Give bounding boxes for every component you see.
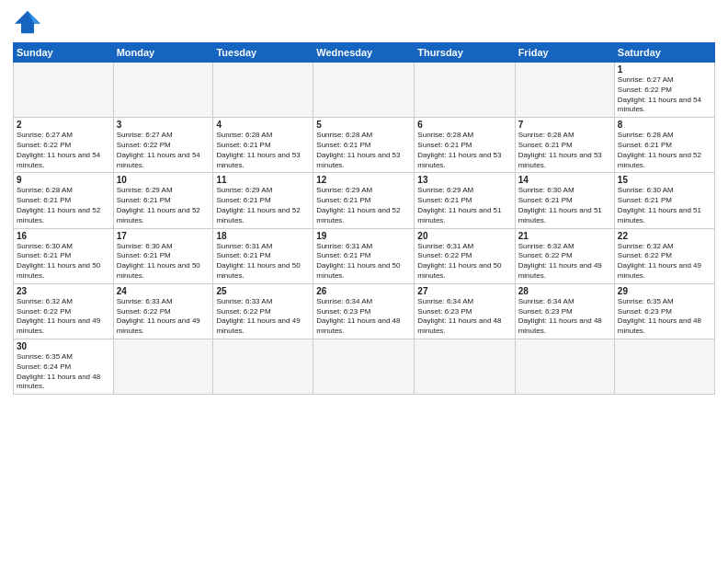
day-info: Sunrise: 6:28 AMSunset: 6:21 PMDaylight:… <box>417 131 511 170</box>
calendar-week-1: 2Sunrise: 6:27 AMSunset: 6:22 PMDaylight… <box>14 118 715 173</box>
calendar-cell: 10Sunrise: 6:29 AMSunset: 6:21 PMDayligh… <box>113 173 213 228</box>
day-info: Sunrise: 6:28 AMSunset: 6:21 PMDaylight:… <box>17 186 110 225</box>
day-info: Sunrise: 6:34 AMSunset: 6:23 PMDaylight:… <box>417 297 511 337</box>
calendar-cell: 24Sunrise: 6:33 AMSunset: 6:22 PMDayligh… <box>113 283 213 339</box>
logo-icon <box>13 9 42 35</box>
day-number: 20 <box>417 231 511 241</box>
day-info: Sunrise: 6:27 AMSunset: 6:22 PMDaylight:… <box>117 131 210 170</box>
day-number: 12 <box>316 175 411 185</box>
calendar-cell: 6Sunrise: 6:28 AMSunset: 6:21 PMDaylight… <box>415 118 515 173</box>
day-number: 27 <box>417 286 511 296</box>
day-number: 8 <box>618 120 711 130</box>
calendar-cell: 11Sunrise: 6:29 AMSunset: 6:21 PMDayligh… <box>213 173 313 228</box>
calendar-week-2: 9Sunrise: 6:28 AMSunset: 6:21 PMDaylight… <box>14 173 715 228</box>
calendar-cell: 8Sunrise: 6:28 AMSunset: 6:21 PMDaylight… <box>614 118 714 173</box>
day-number: 6 <box>417 120 511 130</box>
calendar-cell: 20Sunrise: 6:31 AMSunset: 6:22 PMDayligh… <box>415 228 515 283</box>
day-info: Sunrise: 6:29 AMSunset: 6:21 PMDaylight:… <box>417 186 511 225</box>
calendar-cell <box>213 339 313 394</box>
calendar-cell: 19Sunrise: 6:31 AMSunset: 6:21 PMDayligh… <box>313 228 415 283</box>
calendar-dow-thursday: Thursday <box>415 43 515 63</box>
calendar-dow-wednesday: Wednesday <box>313 43 415 63</box>
calendar-cell: 25Sunrise: 6:33 AMSunset: 6:22 PMDayligh… <box>213 283 313 339</box>
calendar-header-row: SundayMondayTuesdayWednesdayThursdayFrid… <box>14 43 715 63</box>
calendar-cell: 3Sunrise: 6:27 AMSunset: 6:22 PMDaylight… <box>113 118 213 173</box>
day-number: 11 <box>216 175 310 185</box>
calendar-dow-friday: Friday <box>515 43 614 63</box>
calendar-cell <box>313 63 415 118</box>
calendar-cell: 2Sunrise: 6:27 AMSunset: 6:22 PMDaylight… <box>14 118 114 173</box>
day-number: 25 <box>216 286 310 296</box>
calendar-cell: 17Sunrise: 6:30 AMSunset: 6:21 PMDayligh… <box>113 228 213 283</box>
day-info: Sunrise: 6:32 AMSunset: 6:22 PMDaylight:… <box>618 242 711 282</box>
day-info: Sunrise: 6:34 AMSunset: 6:23 PMDaylight:… <box>518 297 611 337</box>
day-info: Sunrise: 6:31 AMSunset: 6:21 PMDaylight:… <box>216 242 310 282</box>
day-info: Sunrise: 6:31 AMSunset: 6:21 PMDaylight:… <box>316 242 411 282</box>
calendar-cell: 1Sunrise: 6:27 AMSunset: 6:22 PMDaylight… <box>614 63 714 118</box>
day-info: Sunrise: 6:35 AMSunset: 6:23 PMDaylight:… <box>618 297 711 337</box>
day-number: 29 <box>618 286 711 296</box>
calendar-table: SundayMondayTuesdayWednesdayThursdayFrid… <box>13 42 715 395</box>
calendar-cell: 15Sunrise: 6:30 AMSunset: 6:21 PMDayligh… <box>614 173 714 228</box>
header <box>13 9 715 35</box>
day-info: Sunrise: 6:28 AMSunset: 6:21 PMDaylight:… <box>518 131 611 170</box>
day-info: Sunrise: 6:35 AMSunset: 6:24 PMDaylight:… <box>17 352 110 392</box>
calendar-cell: 30Sunrise: 6:35 AMSunset: 6:24 PMDayligh… <box>14 339 114 394</box>
day-info: Sunrise: 6:30 AMSunset: 6:21 PMDaylight:… <box>518 186 611 225</box>
calendar-cell <box>614 339 714 394</box>
calendar-cell: 27Sunrise: 6:34 AMSunset: 6:23 PMDayligh… <box>415 283 515 339</box>
day-info: Sunrise: 6:29 AMSunset: 6:21 PMDaylight:… <box>316 186 411 225</box>
day-number: 13 <box>417 175 511 185</box>
calendar-cell: 16Sunrise: 6:30 AMSunset: 6:21 PMDayligh… <box>14 228 114 283</box>
calendar-cell <box>113 339 213 394</box>
calendar-dow-sunday: Sunday <box>14 43 114 63</box>
calendar-cell: 22Sunrise: 6:32 AMSunset: 6:22 PMDayligh… <box>614 228 714 283</box>
day-number: 19 <box>316 231 411 241</box>
day-number: 23 <box>17 286 110 296</box>
day-number: 24 <box>117 286 210 296</box>
calendar-cell: 28Sunrise: 6:34 AMSunset: 6:23 PMDayligh… <box>515 283 614 339</box>
calendar-dow-tuesday: Tuesday <box>213 43 313 63</box>
day-info: Sunrise: 6:34 AMSunset: 6:23 PMDaylight:… <box>316 297 411 337</box>
calendar-cell: 21Sunrise: 6:32 AMSunset: 6:22 PMDayligh… <box>515 228 614 283</box>
calendar-week-5: 30Sunrise: 6:35 AMSunset: 6:24 PMDayligh… <box>14 339 715 394</box>
day-number: 22 <box>618 231 711 241</box>
day-number: 5 <box>316 120 411 130</box>
day-info: Sunrise: 6:33 AMSunset: 6:22 PMDaylight:… <box>117 297 210 337</box>
calendar-cell <box>113 63 213 118</box>
calendar-dow-saturday: Saturday <box>614 43 714 63</box>
calendar-cell <box>313 339 415 394</box>
logo <box>13 9 46 35</box>
day-number: 21 <box>518 231 611 241</box>
calendar-cell: 13Sunrise: 6:29 AMSunset: 6:21 PMDayligh… <box>415 173 515 228</box>
calendar-cell <box>415 63 515 118</box>
calendar-cell <box>515 63 614 118</box>
day-number: 2 <box>17 120 110 130</box>
day-info: Sunrise: 6:27 AMSunset: 6:22 PMDaylight:… <box>618 75 711 115</box>
day-number: 30 <box>17 341 110 351</box>
day-number: 17 <box>117 231 210 241</box>
day-number: 14 <box>518 175 611 185</box>
calendar-cell <box>14 63 114 118</box>
day-info: Sunrise: 6:32 AMSunset: 6:22 PMDaylight:… <box>17 297 110 337</box>
day-number: 1 <box>618 64 711 75</box>
calendar-week-3: 16Sunrise: 6:30 AMSunset: 6:21 PMDayligh… <box>14 228 715 283</box>
day-info: Sunrise: 6:29 AMSunset: 6:21 PMDaylight:… <box>216 186 310 225</box>
calendar-cell <box>415 339 515 394</box>
calendar-cell <box>213 63 313 118</box>
day-info: Sunrise: 6:27 AMSunset: 6:22 PMDaylight:… <box>17 131 110 170</box>
day-info: Sunrise: 6:32 AMSunset: 6:22 PMDaylight:… <box>518 242 611 282</box>
calendar-cell: 7Sunrise: 6:28 AMSunset: 6:21 PMDaylight… <box>515 118 614 173</box>
day-info: Sunrise: 6:30 AMSunset: 6:21 PMDaylight:… <box>618 186 711 225</box>
day-info: Sunrise: 6:29 AMSunset: 6:21 PMDaylight:… <box>117 186 210 225</box>
day-number: 26 <box>316 286 411 296</box>
day-number: 18 <box>216 231 310 241</box>
day-info: Sunrise: 6:30 AMSunset: 6:21 PMDaylight:… <box>117 242 210 282</box>
day-info: Sunrise: 6:28 AMSunset: 6:21 PMDaylight:… <box>216 131 310 170</box>
page: SundayMondayTuesdayWednesdayThursdayFrid… <box>0 0 728 563</box>
calendar-cell: 4Sunrise: 6:28 AMSunset: 6:21 PMDaylight… <box>213 118 313 173</box>
calendar-cell: 12Sunrise: 6:29 AMSunset: 6:21 PMDayligh… <box>313 173 415 228</box>
day-number: 3 <box>117 120 210 130</box>
calendar-cell: 18Sunrise: 6:31 AMSunset: 6:21 PMDayligh… <box>213 228 313 283</box>
calendar-week-4: 23Sunrise: 6:32 AMSunset: 6:22 PMDayligh… <box>14 283 715 339</box>
